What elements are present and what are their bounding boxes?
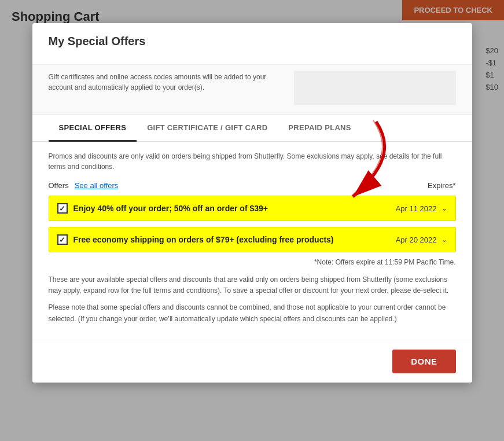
info-text: Gift certificates and online access code… bbox=[49, 65, 285, 100]
offer-row-1[interactable]: Enjoy 40% off your order; 50% off an ord… bbox=[49, 196, 456, 221]
offer-1-left: Enjoy 40% off your order; 50% off an ord… bbox=[57, 203, 268, 214]
offer-1-date: Apr 11 2022 bbox=[396, 204, 437, 213]
info-box-placeholder bbox=[294, 71, 456, 105]
expires-label: Expires* bbox=[428, 181, 455, 190]
modal-title: My Special Offers bbox=[49, 35, 456, 48]
done-button[interactable]: DONE bbox=[392, 350, 455, 373]
promo-note: Promos and discounts are only valid on o… bbox=[49, 151, 456, 172]
offer-1-text: Enjoy 40% off your order; 50% off an ord… bbox=[73, 204, 268, 213]
offer-2-right: Apr 20 2022 ⌄ bbox=[396, 236, 447, 244]
modal-overlay: My Special Offers Gift certificates and … bbox=[0, 0, 504, 441]
tab-special-offers[interactable]: SPECIAL OFFERS bbox=[49, 115, 137, 142]
note-text: *Note: Offers expire at 11:59 PM Pacific… bbox=[49, 258, 456, 266]
tabs-container: SPECIAL OFFERS GIFT CERTIFICATE / GIFT C… bbox=[32, 115, 472, 142]
offer-2-date: Apr 20 2022 bbox=[396, 236, 437, 244]
offer-2-chevron-icon[interactable]: ⌄ bbox=[442, 236, 447, 244]
offer-2-checkbox[interactable] bbox=[57, 234, 68, 245]
offer-2-left: Free economy shipping on orders of $79+ … bbox=[57, 234, 334, 245]
offer-1-chevron-icon[interactable]: ⌄ bbox=[442, 204, 447, 212]
offers-header: Offers See all offers Expires* bbox=[49, 181, 456, 190]
modal-header: My Special Offers bbox=[32, 23, 472, 65]
special-offers-modal: My Special Offers Gift certificates and … bbox=[32, 23, 472, 383]
tab-gift-certificate[interactable]: GIFT CERTIFICATE / GIFT CARD bbox=[137, 115, 278, 142]
see-all-offers-link[interactable]: See all offers bbox=[75, 181, 119, 190]
footer-desc-2: Please note that some special offers and… bbox=[49, 302, 456, 324]
offer-2-text: Free economy shipping on orders of $79+ … bbox=[73, 235, 334, 244]
offer-1-checkbox[interactable] bbox=[57, 203, 68, 214]
footer-desc-1: These are your available special offers … bbox=[49, 274, 456, 296]
modal-footer: DONE bbox=[32, 340, 472, 383]
offers-label: Offers bbox=[49, 181, 69, 190]
modal-body: Promos and discounts are only valid on o… bbox=[32, 142, 472, 340]
tab-prepaid-plans[interactable]: PREPAID PLANS bbox=[278, 115, 361, 142]
offer-1-right: Apr 11 2022 ⌄ bbox=[396, 204, 447, 213]
offer-row-2[interactable]: Free economy shipping on orders of $79+ … bbox=[49, 227, 456, 252]
info-section: Gift certificates and online access code… bbox=[32, 65, 472, 115]
